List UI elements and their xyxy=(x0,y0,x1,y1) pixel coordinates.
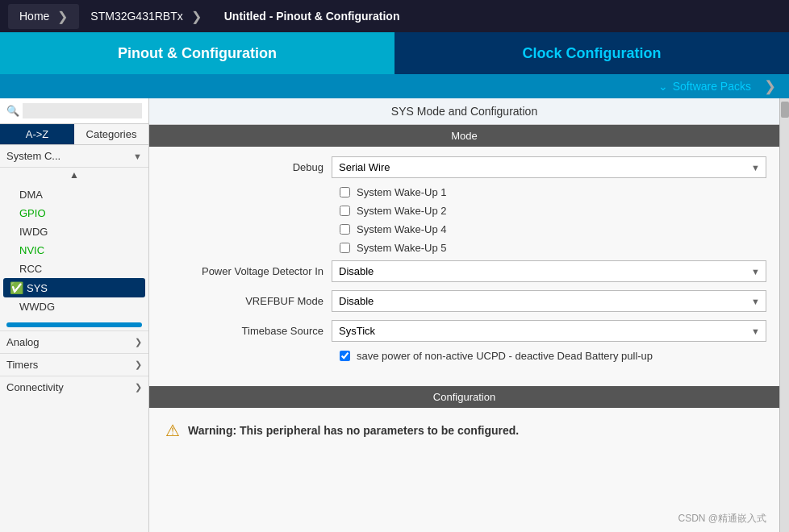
sidebar-scroll[interactable]: ▲ DMA GPIO IWDG NVIC RCC xyxy=(0,168,148,532)
software-packs-bar: ⌄ Software Packs ❯ xyxy=(0,74,789,98)
config-header: Configuration xyxy=(149,386,779,408)
wakeup2-row: System Wake-Up 2 xyxy=(340,205,766,217)
breadcrumb-home[interactable]: Home xyxy=(8,4,79,29)
sidebar-group-analog[interactable]: Analog ❯ xyxy=(0,330,148,353)
timebase-select-wrapper: SysTick TIM1 TIM2 ▼ xyxy=(332,320,766,342)
sidebar-item-rcc[interactable]: RCC xyxy=(0,260,148,278)
debug-select[interactable]: Serial Wire JTAG (4 pins) JTAG (5 pins) … xyxy=(332,156,766,178)
save-power-checkbox[interactable] xyxy=(340,351,350,361)
vrefbuf-label: VREFBUF Mode xyxy=(162,295,332,307)
scrollbar-track xyxy=(6,322,142,327)
chevron-right-icon: ❯ xyxy=(135,337,142,347)
sidebar-item-gpio[interactable]: GPIO xyxy=(0,204,148,222)
wakeup4-row: System Wake-Up 4 xyxy=(340,223,766,235)
debug-label: Debug xyxy=(162,161,332,173)
warning-box: ⚠ Warning: This peripheral has no parame… xyxy=(149,408,779,453)
tab-clock[interactable]: Clock Configuration xyxy=(394,32,789,74)
sidebar-item-dma[interactable]: DMA xyxy=(0,185,148,204)
breadcrumb-device[interactable]: STM32G431RBTx xyxy=(79,4,212,29)
wakeup5-row: System Wake-Up 5 xyxy=(340,242,766,254)
search-bar: 🔍 xyxy=(0,98,148,124)
sidebar-items: DMA GPIO IWDG NVIC RCC ✅ SYS xyxy=(0,182,148,319)
timebase-select[interactable]: SysTick TIM1 TIM2 xyxy=(332,320,766,342)
timebase-row: Timebase Source SysTick TIM1 TIM2 ▼ xyxy=(162,320,766,342)
content-area: SYS Mode and Configuration Mode Debug Se… xyxy=(149,98,779,532)
warning-icon: ⚠ xyxy=(165,421,180,440)
form-area: Debug Serial Wire JTAG (4 pins) JTAG (5 … xyxy=(149,147,779,378)
scroll-up: ▲ xyxy=(0,168,148,182)
timebase-label: Timebase Source xyxy=(162,325,332,337)
arrow-up-icon[interactable]: ▲ xyxy=(69,169,79,181)
sidebar-item-wwdg[interactable]: WWDG xyxy=(0,297,148,316)
sort-tabs: A->Z Categories xyxy=(0,124,148,145)
dropdown-arrow-icon: ▼ xyxy=(133,152,142,161)
vrefbuf-row: VREFBUF Mode Disable Enable ▼ xyxy=(162,290,766,312)
main-layout: 🔍 A->Z Categories System C... ▼ ▲ DM xyxy=(0,98,789,532)
search-icon: 🔍 xyxy=(6,105,19,117)
sidebar-section-selector[interactable]: System C... ▼ xyxy=(0,145,148,168)
scroll-thumb xyxy=(781,102,789,118)
wakeup1-checkbox[interactable] xyxy=(340,187,350,197)
mode-header: Mode xyxy=(149,125,779,147)
breadcrumb-current[interactable]: Untitled - Pinout & Configuration xyxy=(213,5,411,27)
debug-select-wrapper: Serial Wire JTAG (4 pins) JTAG (5 pins) … xyxy=(332,156,766,178)
right-scrollbar[interactable] xyxy=(779,98,789,532)
chevron-down-icon: ⌄ xyxy=(658,80,668,93)
sort-tab-az[interactable]: A->Z xyxy=(0,124,74,144)
sidebar-group-timers[interactable]: Timers ❯ xyxy=(0,353,148,376)
sidebar-item-sys[interactable]: ✅ SYS xyxy=(3,278,145,297)
power-voltage-label: Power Voltage Detector In xyxy=(162,265,332,277)
tab-bar: Pinout & Configuration Clock Configurati… xyxy=(0,32,789,74)
wakeup5-checkbox[interactable] xyxy=(340,243,350,253)
check-icon: ✅ xyxy=(10,281,23,294)
sidebar: 🔍 A->Z Categories System C... ▼ ▲ DM xyxy=(0,98,149,532)
tab-pinout[interactable]: Pinout & Configuration xyxy=(0,32,394,74)
wakeup4-checkbox[interactable] xyxy=(340,224,350,235)
vrefbuf-select-wrapper: Disable Enable ▼ xyxy=(332,290,766,312)
wakeup2-checkbox[interactable] xyxy=(340,206,350,216)
sidebar-group-connectivity[interactable]: Connectivity ❯ xyxy=(0,376,148,398)
config-section: Configuration ⚠ Warning: This peripheral… xyxy=(149,386,779,453)
sort-tab-categories[interactable]: Categories xyxy=(74,124,148,144)
vrefbuf-select[interactable]: Disable Enable xyxy=(332,290,766,312)
chevron-right-icon: ❯ xyxy=(135,382,142,393)
power-voltage-select-wrapper: Disable Enable ▼ xyxy=(332,260,766,282)
sidebar-item-nvic[interactable]: NVIC xyxy=(0,241,148,260)
expand-icon: ❯ xyxy=(764,77,776,95)
wakeup1-row: System Wake-Up 1 xyxy=(340,186,766,198)
debug-row: Debug Serial Wire JTAG (4 pins) JTAG (5 … xyxy=(162,156,766,178)
watermark: CSDN @精通嵌入式 xyxy=(678,512,766,526)
power-voltage-row: Power Voltage Detector In Disable Enable… xyxy=(162,260,766,282)
software-packs-button[interactable]: ⌄ Software Packs xyxy=(658,80,751,93)
save-power-row: save power of non-active UCPD - deactive… xyxy=(340,350,766,362)
content-wrapper: SYS Mode and Configuration Mode Debug Se… xyxy=(149,98,779,532)
section-title: SYS Mode and Configuration xyxy=(149,98,779,125)
search-input[interactable] xyxy=(23,103,142,118)
chevron-right-icon: ❯ xyxy=(135,360,142,370)
sidebar-item-iwdg[interactable]: IWDG xyxy=(0,222,148,241)
breadcrumb: Home STM32G431RBTx Untitled - Pinout & C… xyxy=(0,0,789,32)
power-voltage-select[interactable]: Disable Enable xyxy=(332,260,766,282)
